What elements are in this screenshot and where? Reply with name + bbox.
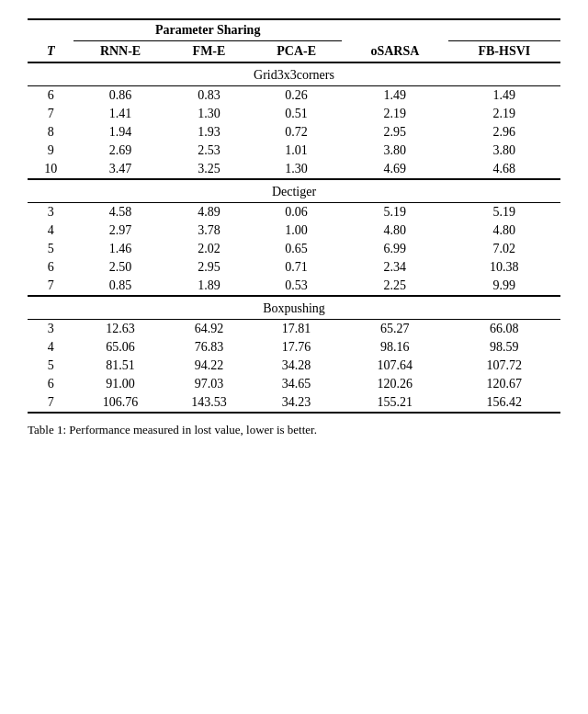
overgroup-row: Parameter Sharing — [28, 19, 560, 41]
overgroup-param-sharing: Parameter Sharing — [74, 19, 342, 41]
header-row: T RNN-E FM-E PCA-E oSARSA FB-HSVI — [28, 41, 560, 63]
overgroup-centralized — [448, 19, 560, 41]
col-header-fbhsvi: FB-HSVI — [448, 41, 560, 63]
col-header-osarsa: oSARSA — [342, 41, 448, 63]
results-table: Parameter Sharing T RNN-E FM-E PCA-E oSA… — [28, 18, 560, 414]
table-row: 103.473.251.304.694.68 — [28, 160, 560, 179]
table-row: 42.973.781.004.804.80 — [28, 221, 560, 240]
col-header-rnn-e: RNN-E — [74, 41, 166, 63]
table-row: 60.860.830.261.491.49 — [28, 86, 560, 106]
overgroup-empty-t — [28, 19, 74, 41]
table-row: 81.941.930.722.952.96 — [28, 123, 560, 142]
table-row: 62.502.950.712.3410.38 — [28, 258, 560, 277]
table-row: 312.6364.9217.8165.2766.08 — [28, 320, 560, 339]
col-header-t: T — [28, 41, 74, 63]
table-row: 7106.76143.5334.23155.21156.42 — [28, 393, 560, 413]
table-row: 581.5194.2234.28107.64107.72 — [28, 357, 560, 375]
table-row: 92.692.531.013.803.80 — [28, 142, 560, 160]
table-row: 70.851.890.532.259.99 — [28, 277, 560, 296]
col-header-fm-e: FM-E — [167, 41, 252, 63]
col-header-pca-e: PCA-E — [251, 41, 342, 63]
overgroup-gap — [342, 19, 448, 41]
table-container: Parameter Sharing T RNN-E FM-E PCA-E oSA… — [28, 18, 560, 437]
section-title-0: Grid3x3corners — [28, 62, 560, 86]
table-row: 51.462.020.656.997.02 — [28, 240, 560, 258]
table-row: 34.584.890.065.195.19 — [28, 203, 560, 222]
table-row: 691.0097.0334.65120.26120.67 — [28, 375, 560, 393]
section-title-2: Boxpushing — [28, 296, 560, 320]
table-row: 71.411.300.512.192.19 — [28, 105, 560, 123]
table-caption: Table 1: Performance measured in lost va… — [28, 423, 560, 437]
section-title-1: Dectiger — [28, 179, 560, 203]
table-row: 465.0676.8317.7698.1698.59 — [28, 338, 560, 357]
